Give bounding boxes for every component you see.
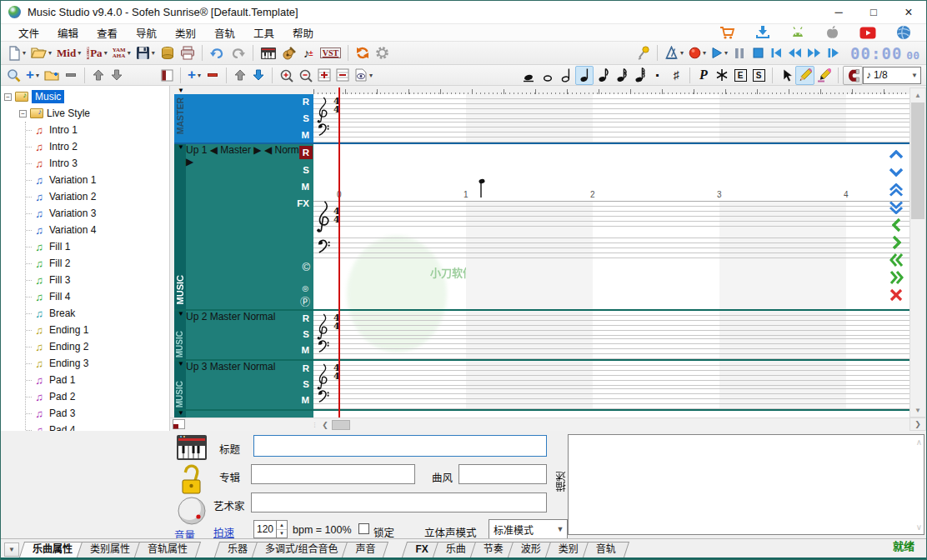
note-event[interactable] xyxy=(478,178,488,199)
download-icon[interactable] xyxy=(755,25,770,40)
open-file-button[interactable]: ▾ xyxy=(28,43,54,62)
mute-button[interactable]: M xyxy=(301,393,309,407)
style-part-label[interactable]: Intro 2 xyxy=(49,141,78,152)
menu-item[interactable]: 文件 xyxy=(9,23,48,42)
save-button[interactable]: ▾ xyxy=(133,43,158,62)
collapse-track-icon[interactable]: ▼ xyxy=(178,311,184,318)
panel-tab[interactable]: 音轨属性 xyxy=(137,542,198,558)
new-file-caret[interactable]: ▾ xyxy=(23,49,26,57)
up1-staff[interactable]: 小刀软件 乐于分享 01234 44 xyxy=(313,144,909,309)
style-part-item[interactable]: ♫ Ending 3 xyxy=(26,355,169,372)
style-part-item[interactable]: ♫ Variation 4 xyxy=(26,222,169,238)
move-category-down-button[interactable] xyxy=(108,66,126,85)
up3-staff[interactable]: 44 xyxy=(313,361,909,409)
export-audio-button[interactable] xyxy=(158,43,178,62)
maximize-button[interactable]: □ xyxy=(856,1,891,23)
style-part-label[interactable]: Break xyxy=(49,308,75,319)
thirtysecond-note-button[interactable] xyxy=(630,66,649,85)
style-part-label[interactable]: Fill 1 xyxy=(49,241,70,252)
style-part-label[interactable]: Fill 4 xyxy=(49,291,70,302)
track-name[interactable]: Up 3 xyxy=(186,361,207,372)
scroll-left-icon[interactable]: ❮ xyxy=(318,421,332,429)
collapse-icon[interactable]: − xyxy=(19,110,27,118)
remove-category-button[interactable] xyxy=(62,66,80,85)
redo-button[interactable] xyxy=(228,43,248,62)
tempo-lock-checkbox[interactable] xyxy=(358,523,369,534)
style-part-label[interactable]: Intro 3 xyxy=(49,158,78,169)
style-part-label[interactable]: Variation 3 xyxy=(49,208,96,219)
delete-button[interactable] xyxy=(885,286,907,303)
layout-corner-icon[interactable] xyxy=(173,419,185,430)
tempo-value[interactable]: 120 xyxy=(254,521,276,538)
panel-tab[interactable]: 乐曲属性 xyxy=(22,542,83,558)
volume-knob[interactable] xyxy=(177,496,207,526)
master-mute-button[interactable]: M xyxy=(301,128,309,142)
next-mode-icon[interactable]: ▶ xyxy=(186,156,193,168)
record-arm-button[interactable]: R xyxy=(299,146,313,159)
shop-cart-icon[interactable] xyxy=(719,25,735,40)
undo-button[interactable] xyxy=(207,43,228,62)
scroll-right-icon[interactable]: ❯ xyxy=(909,418,926,431)
view-options-caret[interactable]: ▾ xyxy=(369,72,373,79)
style-part-label[interactable]: Pad 1 xyxy=(49,374,75,386)
solo-button[interactable]: S xyxy=(303,378,309,391)
move-track-down-button[interactable] xyxy=(249,66,268,85)
sharp-button[interactable]: ♯ xyxy=(667,66,685,85)
track-bus[interactable]: Master xyxy=(210,361,241,372)
fx-button[interactable]: FX xyxy=(297,197,309,210)
up3-header[interactable]: Up 3 Master Normal R S M xyxy=(186,361,313,409)
style-part-label[interactable]: Variation 2 xyxy=(49,191,96,202)
microphone-button[interactable] xyxy=(634,43,653,62)
tree-root-label[interactable]: Music xyxy=(32,90,64,103)
scroll-down-icon[interactable]: ▼ xyxy=(910,403,925,417)
quarter-note-button[interactable] xyxy=(575,66,594,85)
up2-staff[interactable]: 44 xyxy=(313,311,909,359)
solo-button[interactable]: S xyxy=(303,328,309,341)
collapse-staff-button[interactable] xyxy=(333,66,352,85)
track-mode[interactable]: Normal xyxy=(243,361,276,372)
style-part-item[interactable]: ♫ Break xyxy=(26,305,169,322)
move-category-up-button[interactable] xyxy=(89,66,108,85)
dotted-note-button[interactable]: · xyxy=(649,66,667,85)
artist-input[interactable] xyxy=(251,492,547,512)
album-input[interactable] xyxy=(251,464,415,484)
style-part-item[interactable]: ♫ Variation 2 xyxy=(26,188,169,205)
master-staff[interactable]: 44 xyxy=(313,94,909,142)
playhead[interactable] xyxy=(338,88,340,418)
tempo-spinner[interactable]: 120 ▲▼ xyxy=(253,520,288,538)
genre-input[interactable] xyxy=(458,464,547,484)
play-caret[interactable]: ▾ xyxy=(724,49,728,57)
metronome-button[interactable]: ▾ xyxy=(662,43,686,62)
style-part-label[interactable]: Ending 3 xyxy=(49,358,88,369)
menu-item[interactable]: 导航 xyxy=(127,23,166,42)
tempo-down-icon[interactable]: ▼ xyxy=(277,530,287,538)
title-input[interactable] xyxy=(253,435,547,457)
refresh-button[interactable] xyxy=(353,43,373,62)
panel-tab[interactable]: 多调式/组合音色 xyxy=(254,542,348,558)
sixteenth-note-button[interactable] xyxy=(612,66,630,85)
android-icon[interactable] xyxy=(790,26,805,40)
tree-root-row[interactable]: − ♪ Music xyxy=(1,88,169,105)
minimize-button[interactable]: ─ xyxy=(821,1,856,23)
track-header-panel-button[interactable] xyxy=(158,66,176,85)
pause-button[interactable] xyxy=(730,43,749,62)
nav-right-button[interactable] xyxy=(885,233,907,251)
save-caret[interactable]: ▾ xyxy=(152,49,155,57)
style-part-item[interactable]: ♫ Variation 1 xyxy=(26,172,169,188)
expression-button[interactable]: E xyxy=(731,66,749,85)
style-part-item[interactable]: ♫ Pad 3 xyxy=(26,405,169,422)
metronome-caret[interactable]: ▾ xyxy=(680,49,684,57)
print-button[interactable] xyxy=(178,43,198,62)
nav-up-button[interactable] xyxy=(885,146,907,163)
stereo-mode-dropdown[interactable]: 标准模式 ▼ xyxy=(489,519,568,539)
yamaha-caret[interactable]: ▾ xyxy=(128,49,131,57)
style-part-item[interactable]: ♫ Pad 1 xyxy=(26,372,169,388)
panel-tab[interactable]: 声音 xyxy=(344,542,386,558)
track-bus[interactable]: Master xyxy=(220,144,251,156)
vst-button[interactable]: VST xyxy=(318,43,343,62)
midi-import-button[interactable]: Mid▾ xyxy=(54,43,83,62)
panel-tab[interactable]: 音轨 xyxy=(585,542,627,558)
add-category-caret[interactable]: ▾ xyxy=(36,72,39,79)
add-category-button[interactable]: +▾ xyxy=(23,66,42,85)
music-strip[interactable]: ▼ MUSIC xyxy=(174,361,186,409)
